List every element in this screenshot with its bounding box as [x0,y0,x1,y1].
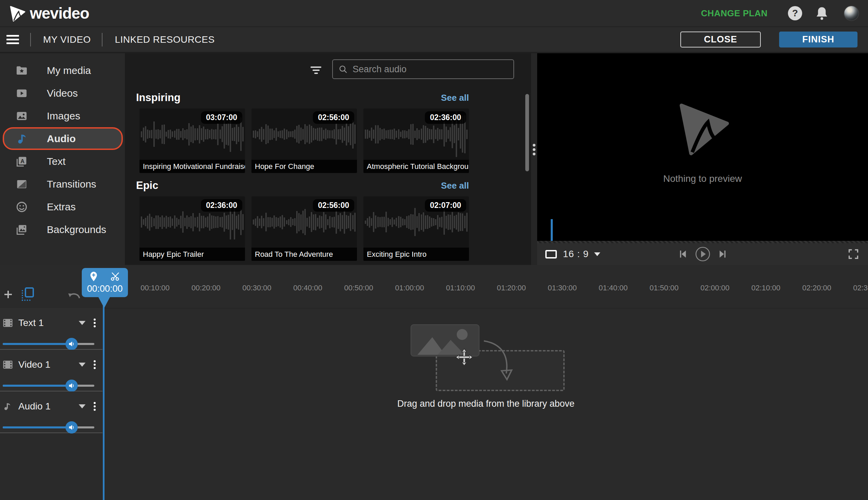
fullscreen-button[interactable] [848,248,859,260]
track-collapse-button[interactable] [79,404,86,408]
sidebar-item-images[interactable]: Images [0,104,125,127]
drag-arrow-icon [481,337,518,383]
playhead-line[interactable] [103,306,104,500]
ruler-label: 02:10:00 [751,284,780,292]
preview-playhead[interactable] [551,219,553,241]
music-note-icon [3,402,13,411]
backgrounds-icon [15,224,28,236]
close-button[interactable]: CLOSE [680,32,761,47]
main-menu-button[interactable] [7,33,19,46]
split-clip-button[interactable] [110,271,121,282]
film-strip-icon [3,319,13,327]
speaker-icon [68,424,75,431]
ruler-label: 00:40:00 [293,284,322,292]
track-row-audio1: Audio 1 [0,391,102,433]
audio-library-panel: Inspiring See all 03:07:00 Inspiring Mot… [125,53,531,265]
panel-resize-handle[interactable] [531,53,537,265]
ruler-label: 00:50:00 [344,284,373,292]
speaker-icon [68,382,75,389]
play-button[interactable] [695,246,711,262]
audio-title: Exciting Epic Intro [363,248,469,261]
audio-card[interactable]: 02:07:00 Exciting Epic Intro [363,196,469,261]
sidebar-item-label: Transitions [47,179,97,190]
preview-panel: Nothing to preview 16 : 9 [537,53,868,265]
add-track-button[interactable] [2,288,14,301]
track-label: Video 1 [18,359,50,370]
track-collapse-button[interactable] [79,321,86,325]
wevideo-watermark-icon [674,99,732,157]
track-label: Text 1 [18,318,44,328]
track-menu-button[interactable] [94,401,96,412]
paste-button[interactable] [22,287,34,301]
audio-title: Road To The Adventure [251,248,357,261]
notifications-button[interactable] [815,6,828,20]
playhead-tail[interactable] [98,297,110,308]
add-marker-button[interactable] [89,271,98,282]
skip-to-end-button[interactable] [718,249,728,259]
track-collapse-button[interactable] [79,363,86,367]
fullscreen-icon [848,248,859,260]
audio-card[interactable]: 02:56:00 Road To The Adventure [251,196,357,261]
volume-slider[interactable] [3,338,94,350]
speaker-icon [68,341,75,347]
volume-thumb[interactable] [66,379,78,392]
track-menu-button[interactable] [94,359,96,371]
section-header-epic: Epic See all [136,178,469,193]
sidebar-item-backgrounds[interactable]: Backgrounds [0,218,125,241]
epic-cards-row: 02:36:00 Happy Epic Trailer 02:56:00 Roa… [139,196,469,261]
sidebar-item-videos[interactable]: Videos [0,82,125,104]
preview-controls: 16 : 9 [537,243,868,265]
sidebar-item-my-media[interactable]: My media [0,59,125,82]
ruler-label: 02:00:00 [700,284,730,292]
change-plan-link[interactable]: CHANGE PLAN [701,8,768,19]
audio-card[interactable]: 03:07:00 Inspiring Motivational Fundrais… [139,109,245,173]
search-input[interactable] [352,64,508,75]
filter-button[interactable] [310,65,322,76]
empty-preview-message: Nothing to preview [537,173,868,184]
wevideo-logo[interactable]: wevideo [9,4,89,22]
sidebar-item-text[interactable]: A Text [0,150,125,173]
skip-end-icon [718,249,728,259]
undo-button[interactable] [67,290,81,302]
volume-thumb[interactable] [66,338,78,350]
image-icon [15,110,28,122]
volume-slider[interactable] [3,421,94,433]
divider [102,33,102,46]
volume-thumb[interactable] [66,421,78,433]
project-title[interactable]: MY VIDEO [43,34,91,45]
ruler-label: 01:10:00 [446,284,475,292]
track-menu-button[interactable] [94,317,96,329]
sidebar-item-label: Backgrounds [47,224,106,236]
move-cursor-icon [454,347,474,367]
track-row-video1: Video 1 [0,350,102,391]
transition-icon [15,178,28,190]
library-scrollbar[interactable] [525,94,529,171]
track-row-text1: Text 1 [0,308,102,350]
section-title: Epic [136,180,158,192]
see-all-link[interactable]: See all [441,181,469,191]
duration-badge: 03:07:00 [201,111,242,124]
volume-slider[interactable] [3,379,94,392]
playhead-time: 00:00:00 [82,284,128,294]
sidebar-item-transitions[interactable]: Transitions [0,173,125,195]
playhead-bubble[interactable]: 00:00:00 [82,268,128,297]
skip-to-start-button[interactable] [678,249,688,259]
finish-button[interactable]: FINISH [779,32,857,47]
sidebar-item-audio[interactable]: Audio [3,127,123,150]
bell-icon [815,6,828,20]
audio-title: Hope For Change [251,160,357,173]
sidebar-item-label: Text [47,156,66,167]
duration-badge: 02:36:00 [201,199,242,212]
sidebar-item-label: Videos [47,88,78,99]
see-all-link[interactable]: See all [441,93,469,103]
duration-badge: 02:56:00 [313,199,354,212]
video-preview[interactable]: Nothing to preview [537,53,868,241]
linked-resources-tab[interactable]: LINKED RESOURCES [115,34,214,45]
section-header-inspiring: Inspiring See all [136,90,469,105]
audio-card[interactable]: 02:36:00 Atmospheric Tutorial Background [363,109,469,173]
audio-card[interactable]: 02:36:00 Happy Epic Trailer [139,196,245,261]
sidebar-item-extras[interactable]: Extras [0,195,125,218]
help-button[interactable]: ? [788,6,802,20]
audio-card[interactable]: 02:56:00 Hope For Change [251,109,357,173]
avatar[interactable] [844,5,859,21]
